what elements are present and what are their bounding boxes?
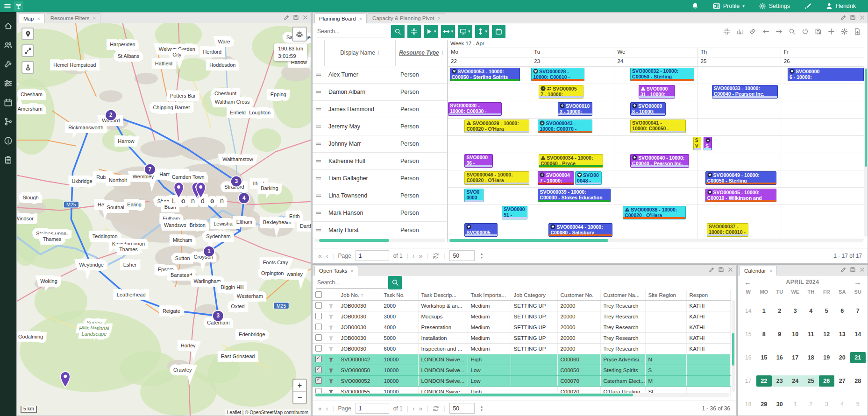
schedule-cell[interactable] [781, 101, 864, 118]
save-panel-icon[interactable] [850, 14, 856, 21]
calendar-day[interactable]: 13 [834, 329, 850, 340]
map-canvas[interactable]: HarpendenWelwyn GardenCityWareHertfordSa… [17, 23, 311, 416]
resource-hscrollbar[interactable] [314, 239, 445, 242]
map-marker-numbered[interactable]: 3 [231, 176, 242, 187]
schedule-cell[interactable]: SVO000037 - 10000: C00010 - [697, 222, 781, 239]
drag-handle-icon[interactable] [313, 89, 325, 95]
drag-handle-icon[interactable] [313, 141, 325, 147]
task-row[interactable]: SVO00004210000LONDON Swive...HighC00060P… [313, 354, 730, 365]
save-panel-icon[interactable] [718, 267, 724, 273]
notifications-button[interactable] [691, 2, 699, 10]
resource-row[interactable]: Mark HansonPerson [313, 204, 447, 222]
calendar-day[interactable]: 17 [788, 352, 804, 363]
schedule-cell[interactable]: SVO000040 - 10000: C00040 - Pearson Inc. [614, 153, 697, 170]
schedule-cell[interactable] [697, 119, 781, 135]
drag-handle-icon[interactable] [313, 72, 325, 78]
zoom-out-button[interactable]: − [293, 392, 306, 403]
row-checkbox[interactable] [315, 324, 322, 330]
schedule-cell[interactable] [448, 136, 531, 153]
sidebar-item-sliders[interactable] [4, 79, 13, 88]
schedule-event[interactable]: SVO000033 - 10000: C00040 - Pearson Inc. [712, 85, 778, 99]
schedule-cell[interactable]: SVO00009 8 - 10000: [614, 101, 697, 118]
toolbar-save-icon[interactable] [815, 28, 822, 35]
schedule-cell[interactable] [697, 153, 781, 170]
schedule-event[interactable]: SVO000032 - 10000: C00050 - Sterling [630, 68, 694, 81]
schedule-cell[interactable]: S [697, 136, 781, 153]
schedule-cell[interactable] [448, 84, 531, 101]
schedule-cell[interactable] [781, 205, 864, 222]
row-checkbox[interactable] [315, 367, 322, 373]
schedule-cell[interactable]: SVO000032 - 10000: C00050 - Sterling [614, 67, 697, 84]
menu-icon[interactable] [4, 2, 11, 10]
close-panel-icon[interactable] [859, 267, 865, 273]
close-panel-icon[interactable] [302, 14, 308, 21]
tab-planning-board[interactable]: Planning Board× [314, 14, 367, 23]
task-row[interactable]: JOB000306000Inspection and ...MediumSETT… [313, 344, 730, 354]
page-size-select[interactable]: 50 [449, 250, 475, 261]
map-marker-numbered[interactable]: 3 [213, 310, 224, 322]
calendar-day[interactable]: 16 [772, 352, 788, 363]
tasks-search-button[interactable] [388, 276, 402, 289]
drag-handle-icon[interactable] [313, 106, 325, 112]
column-resource-type[interactable]: Resource Type↑ [396, 40, 447, 66]
schedule-cell[interactable] [781, 136, 864, 153]
schedule-event[interactable]: SVO000041 - 10000: C00050 - [630, 120, 686, 133]
edit-panel-icon[interactable] [709, 267, 715, 273]
toolbar-power-icon[interactable] [802, 28, 809, 35]
save-panel-icon[interactable] [850, 267, 856, 273]
row-checkbox[interactable] [315, 334, 322, 341]
schedule-event[interactable]: SVO000034 - 10000: C00060 - Pryce [539, 154, 603, 168]
calendar-day[interactable]: 11 [803, 329, 819, 340]
schedule-cell[interactable] [781, 153, 864, 170]
task-row[interactable]: SVO00005010000LONDON Swive...LowC00050St… [313, 365, 730, 376]
schedule-event[interactable]: S V [693, 137, 702, 150]
toolbar-play-button[interactable]: ▾ [424, 25, 438, 38]
schedule-cell[interactable]: SVO000029 - 10000: C00020 - O'Hara [448, 119, 531, 135]
first-page-button[interactable]: « [318, 252, 322, 260]
close-icon[interactable]: × [93, 15, 96, 21]
calendar-day[interactable]: 12 [819, 329, 835, 340]
schedule-cell[interactable]: SVO0 0003 [448, 188, 531, 204]
calendar-day[interactable]: 20 [834, 352, 850, 363]
schedule-cell[interactable]: SVO0000 51 - [448, 205, 531, 222]
prev-month-button[interactable]: ← [744, 278, 751, 286]
schedule-cell[interactable]: SVO000045 - 10000: C00010 - Wilkinson an… [697, 188, 781, 204]
drag-handle-icon[interactable] [313, 158, 325, 164]
schedule-event[interactable]: SVO000053 - 10000: C00050 - Sterling Spi… [450, 68, 520, 81]
calendar-day[interactable]: 24 [788, 375, 804, 387]
schedule-cell[interactable]: SVO000033 - 10000: C00040 - Pearson Inc. [697, 84, 781, 101]
map-anchor-button[interactable] [21, 61, 34, 74]
save-panel-icon[interactable] [293, 14, 299, 21]
toolbar-monitor-button[interactable]: ▾ [458, 25, 472, 38]
schedule-event[interactable]: SVO000039 - 10000: C00030 - Stokes Educa… [538, 189, 611, 202]
sidebar-item-calendar[interactable] [4, 98, 13, 107]
map-marker-numbered[interactable]: 1 [203, 246, 214, 257]
tasks-search-input[interactable] [316, 277, 387, 289]
schedule-event[interactable]: SVO0 0003 [464, 189, 484, 202]
tab-calendar[interactable]: Calendar× [740, 266, 777, 275]
sidebar-item-users[interactable] [4, 41, 13, 50]
schedule-cell[interactable] [614, 222, 697, 239]
calendar-day[interactable]: 4 [803, 305, 819, 317]
calendar-day[interactable]: 29 [756, 399, 772, 410]
zoom-in-button[interactable]: + [293, 380, 306, 392]
toolbar-varrow-button[interactable]: ▾ [475, 25, 490, 38]
schedule-event[interactable]: SVO000030 - 10000: C00030 - [448, 102, 502, 116]
resource-row[interactable]: Lina TownsendPerson [313, 187, 447, 204]
calendar-day[interactable]: 3 [819, 399, 835, 410]
refresh-icon[interactable] [432, 252, 440, 260]
sidebar-item-home[interactable] [4, 21, 13, 31]
schedule-cell[interactable]: SVO000046 - 10000: C00020 - O'Hara [448, 170, 531, 187]
column-header[interactable]: Job Category [511, 290, 557, 301]
toolbar-eraser-icon[interactable] [749, 28, 756, 35]
schedule-cell[interactable]: SVO0000 36 - [448, 153, 531, 170]
column-header[interactable]: Respon [686, 290, 730, 301]
tasks-vscrollbar[interactable] [732, 300, 735, 392]
close-panel-icon[interactable] [727, 267, 733, 273]
next-month-button[interactable]: → [854, 278, 861, 286]
close-panel-icon[interactable] [859, 14, 865, 21]
user-menu[interactable]: Hendrik [825, 2, 856, 10]
select-all-header[interactable] [313, 290, 325, 301]
schedule-event[interactable]: SVO000044 - 10000: C00080 - Salisbury [548, 223, 612, 237]
filter-icon[interactable] [328, 367, 335, 374]
